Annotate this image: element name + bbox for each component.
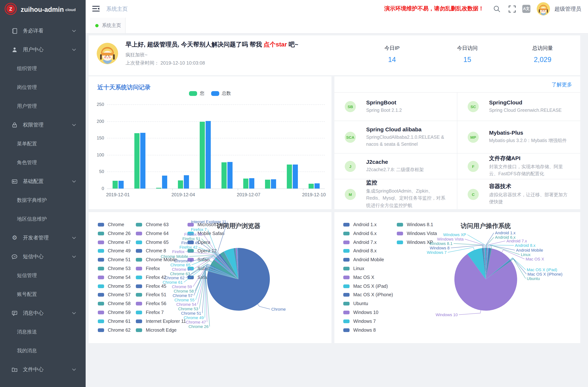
card-icon xyxy=(11,178,18,184)
sidebar-item-短信管理[interactable]: 短信管理 xyxy=(0,266,86,285)
sidebar-item-开发者管理[interactable]: ⚙开发者管理 xyxy=(0,228,86,247)
pie-callout-Linux: Linux xyxy=(521,252,531,257)
bar-2019-12-06-总数[interactable] xyxy=(227,162,232,188)
bar-2019-12-02-总数[interactable] xyxy=(140,133,145,188)
stat-today-ip: 今日IP 14 xyxy=(362,35,421,64)
sidebar-item-label: 短信中心 xyxy=(23,253,43,260)
stat-today-visits: 今日访问 15 xyxy=(438,35,497,64)
star-link[interactable]: 点个star xyxy=(264,41,287,48)
learn-more-link[interactable]: 了解更多 xyxy=(551,81,572,88)
bar-2019-12-06-您[interactable] xyxy=(221,162,227,188)
tech-item-SpringBoot: SBSpringBootSpring Boot 2.1.2 xyxy=(335,92,457,121)
sidebar-item-地区信息维护[interactable]: 地区信息维护 xyxy=(0,209,86,228)
x-tick-label: 2019-12-07 xyxy=(227,192,271,197)
sidebar-item-label: 用户中心 xyxy=(23,46,43,53)
pie-callout-Chrome 8: Chrome 8 xyxy=(174,259,192,263)
pie-label-line xyxy=(465,239,484,248)
bar-2019-12-10-您[interactable] xyxy=(308,184,314,188)
sidebar-item-权限管理[interactable]: 权限管理 xyxy=(0,116,86,134)
bar-2019-12-05-您[interactable] xyxy=(200,122,205,188)
bar-2019-12-09-总数[interactable] xyxy=(293,164,298,188)
breadcrumb[interactable]: 系统主页 xyxy=(106,5,128,13)
sidebar-item-消息推送[interactable]: 消息推送 xyxy=(0,323,86,341)
tech-badge: SB xyxy=(345,101,356,112)
os-pie-chart: Android 1.x: 5Android 6.x: 5Android 7.x:… xyxy=(335,212,580,343)
sidebar-item-label: 账号配置 xyxy=(17,291,37,298)
tech-item-title: 容器技术 xyxy=(489,183,571,190)
sidebar-item-角色管理[interactable]: 角色管理 xyxy=(0,153,86,172)
pie-callout-Firefox 56: Firefox 56 xyxy=(184,232,202,237)
sidebar-item-组织管理[interactable]: 组织管理 xyxy=(0,59,86,78)
pie-callout-Firefox 45: Firefox 45 xyxy=(181,241,199,245)
sidebar-logo[interactable]: Z zuihou-admin cloud xyxy=(0,0,86,19)
gridline xyxy=(107,104,325,105)
bar-2019-12-08-您[interactable] xyxy=(265,180,270,188)
bar-2019-12-03-总数[interactable] xyxy=(162,176,167,188)
chevron-down-icon xyxy=(72,123,76,126)
bar-2019-12-05-总数[interactable] xyxy=(205,121,210,188)
pie-callout-Chrome: Chrome xyxy=(271,307,286,311)
pie-callout-Windows 8: Windows 8 xyxy=(430,246,450,250)
bar-2019-12-04-您[interactable] xyxy=(178,180,183,188)
sidebar-item-消息中心[interactable]: 消息中心 xyxy=(0,304,86,323)
bar-2019-12-08-总数[interactable] xyxy=(271,180,276,188)
pie-callout-Chrome 59: Chrome 59 xyxy=(172,285,192,289)
sidebar-item-账号配置[interactable]: 账号配置 xyxy=(0,285,86,304)
pie-callout-Chrome 58: Chrome 58 xyxy=(174,289,194,293)
sidebar-item-数据字典维护[interactable]: 数据字典维护 xyxy=(0,191,86,209)
avatar[interactable] xyxy=(537,2,550,16)
sidebar-item-短信中心[interactable]: 短信中心 xyxy=(0,247,86,266)
pie-callout-Internet Explorer 11: Internet Explorer 11 xyxy=(191,220,226,224)
bar-2019-12-02-您[interactable] xyxy=(134,133,139,188)
legend-item-总数[interactable]: 总数 xyxy=(211,90,231,97)
topbar: 系统主页 演示环境维护不易，请勿乱删乱改数据！ A文 超级管理员 xyxy=(86,0,588,18)
tab-bar: 系统主页 xyxy=(86,18,588,34)
sidebar-item-label: 权限管理 xyxy=(23,122,43,128)
legend-item-您[interactable]: 您 xyxy=(189,90,205,97)
chevron-down-icon xyxy=(72,30,76,32)
language-icon[interactable]: A文 xyxy=(522,5,530,13)
sidebar-item-我的消息[interactable]: 我的消息 xyxy=(0,341,86,360)
bar-2019-12-04-总数[interactable] xyxy=(184,175,189,188)
x-axis-tick xyxy=(238,188,238,190)
current-user-name[interactable]: 超级管理员 xyxy=(554,5,581,13)
sidebar-item-用户中心[interactable]: 用户中心 xyxy=(0,40,86,59)
sidebar-item-label: 地区信息维护 xyxy=(17,216,47,222)
legend-swatch xyxy=(211,91,219,96)
search-icon[interactable] xyxy=(493,5,501,13)
user-avatar xyxy=(97,43,118,64)
sidebar-item-文件中心[interactable]: 文件中心 xyxy=(0,360,86,379)
pie-callout-Chrome 51: Chrome 51 xyxy=(181,311,201,315)
sidebar-item-用户管理[interactable]: 用户管理 xyxy=(0,97,86,116)
sidebar-item-label: 消息中心 xyxy=(23,310,43,316)
bar-2019-12-10-总数[interactable] xyxy=(314,183,319,188)
tab-system-home[interactable]: 系统主页 xyxy=(90,18,126,33)
bar-2019-12-09-您[interactable] xyxy=(287,164,292,188)
bar-2019-12-07-您[interactable] xyxy=(243,178,248,188)
x-axis-tick xyxy=(172,188,173,190)
pie-label-line xyxy=(258,304,270,309)
tech-item-desc: J2cache2.7.8: 二级缓存框架 xyxy=(366,166,448,174)
sidebar-item-基础配置[interactable]: 基础配置 xyxy=(0,172,86,191)
tech-item-SpringCloud: SCSpringCloudSpring Cloud Greenwich.RELE… xyxy=(457,92,580,121)
pie-callout-Android 7.x: Android 7.x xyxy=(506,239,527,243)
pie-callout-Chrome 57: Chrome 57 xyxy=(172,293,193,298)
tech-item-desc: Spring Boot 2.1.2 xyxy=(366,107,448,114)
sidebar-item-岗位管理[interactable]: 岗位管理 xyxy=(0,78,86,97)
bar-2019-12-07-总数[interactable] xyxy=(249,178,254,188)
tech-badge: SCA xyxy=(345,132,356,143)
sidebar-item-label: 岗位管理 xyxy=(17,84,37,91)
sidebar-item-菜单配置[interactable]: 菜单配置 xyxy=(0,134,86,153)
sidebar-item-label: 开发者管理 xyxy=(23,234,49,241)
bar-2019-12-03-您[interactable] xyxy=(156,188,161,188)
tech-badge: J xyxy=(345,161,356,172)
bar-2019-12-01-您[interactable] xyxy=(112,181,118,188)
fullscreen-icon[interactable] xyxy=(509,5,516,13)
tech-item-title: SpringBoot xyxy=(366,99,448,105)
collapse-menu-icon[interactable] xyxy=(92,5,100,13)
sidebar-item-务必详看[interactable]: 务必详看 xyxy=(0,21,86,40)
user-icon xyxy=(11,46,18,53)
y-tick-label: 150 xyxy=(92,135,104,141)
tech-item-title: 监控 xyxy=(366,179,448,186)
bar-2019-12-01-总数[interactable] xyxy=(118,181,124,188)
